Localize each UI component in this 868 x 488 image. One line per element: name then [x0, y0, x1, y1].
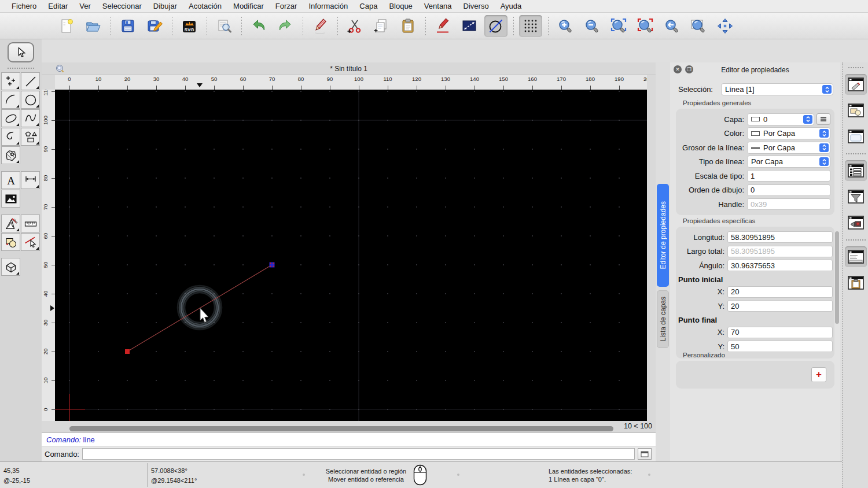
toolbar-zoom-pan-button[interactable]	[713, 15, 737, 37]
dock-block-toggle-button[interactable]	[845, 212, 867, 233]
toolbar-open-file-button[interactable]	[82, 15, 105, 37]
submenu-corner-icon	[16, 123, 19, 126]
dock-shapes-toggle-button[interactable]	[845, 100, 867, 121]
orden-input[interactable]	[747, 184, 830, 196]
panel-float-button[interactable]: ❐	[685, 65, 693, 73]
command-input[interactable]	[82, 448, 635, 460]
add-custom-property-button[interactable]: +	[811, 367, 826, 382]
toolbar-delete-entity-button[interactable]	[308, 15, 332, 37]
toolbar-cut-button[interactable]	[343, 15, 366, 37]
toolbar-handle[interactable]	[848, 67, 863, 68]
orden-label: Orden de dibujo:	[676, 186, 744, 194]
menu-informacion[interactable]: Información	[303, 2, 354, 10]
toolbar-separator	[171, 17, 172, 35]
toolbar-draft-mode-button[interactable]	[484, 15, 507, 37]
toolbar-zoom-window-button[interactable]	[687, 15, 710, 37]
menu-modificar[interactable]: Modificar	[227, 2, 270, 10]
tool-draw-text-button[interactable]: A	[1, 171, 20, 189]
start-y-input[interactable]	[727, 300, 833, 312]
menu-ayuda[interactable]: Ayuda	[495, 2, 528, 10]
tool-select-entity-button[interactable]	[21, 233, 40, 251]
tool-measure-tools-button[interactable]	[1, 215, 20, 232]
tool-insert-image-button[interactable]	[1, 190, 20, 208]
tool-measure-ruler-button[interactable]	[21, 215, 40, 232]
tool-draw-arc-button[interactable]	[1, 91, 20, 109]
tool-draw-points-button[interactable]	[1, 72, 20, 90]
start-x-input[interactable]	[727, 286, 833, 298]
dock-layer-list-toggle-button[interactable]	[845, 160, 867, 181]
snap-grid-icon	[522, 17, 539, 35]
toolbar-zoom-selected-button[interactable]	[634, 15, 657, 37]
layer-swatch-icon	[751, 117, 760, 121]
menu-acotacion[interactable]: Acotación	[183, 2, 227, 10]
scrollbar-thumb[interactable]	[69, 426, 613, 431]
tool-modify-tools-button[interactable]	[1, 233, 20, 251]
layer-menu-button[interactable]	[816, 113, 830, 125]
toolbar-edit-pencil-button[interactable]	[431, 15, 454, 37]
toolbar-redo-button[interactable]	[274, 15, 297, 37]
panel-close-button[interactable]: ✕	[674, 65, 682, 73]
end-y-input[interactable]	[727, 341, 833, 352]
tool-draw-polyline-button[interactable]	[1, 128, 20, 146]
drawing-canvas[interactable]	[55, 90, 647, 421]
line-width-dropdown[interactable]: Por Capa	[747, 142, 830, 154]
menu-editar[interactable]: Editar	[42, 2, 73, 10]
tool-draw-line-button[interactable]	[21, 72, 40, 90]
tool-draw-polygon-button[interactable]	[21, 128, 40, 146]
toolbar-measure-distance-button[interactable]	[458, 15, 481, 37]
tool-dimension-button[interactable]	[21, 171, 40, 189]
end-x-input[interactable]	[727, 327, 833, 338]
dimension-icon	[24, 173, 38, 187]
dock-property-editor-toggle-button[interactable]	[845, 74, 867, 95]
escala-input[interactable]	[747, 170, 830, 182]
toolbar-zoom-out-button[interactable]	[580, 15, 604, 37]
tab-property-editor[interactable]: Editor de propiedades	[657, 184, 669, 287]
menu-dibujar[interactable]: Dibujar	[148, 2, 183, 10]
angulo-input[interactable]	[727, 260, 833, 271]
horizontal-scrollbar[interactable]	[55, 421, 647, 432]
color-dropdown[interactable]: Por Capa	[747, 127, 830, 139]
toolbar-print-preview-button[interactable]	[212, 15, 236, 37]
longitud-input[interactable]	[727, 231, 833, 243]
menu-ver[interactable]: Ver	[73, 2, 97, 10]
menu-capa[interactable]: Capa	[354, 2, 383, 10]
dock-empty-toggle-button[interactable]	[845, 126, 867, 147]
toolbar-new-file-button[interactable]	[55, 15, 78, 37]
menu-bloque[interactable]: Bloque	[383, 2, 418, 10]
menu-diverso[interactable]: Diverso	[458, 2, 495, 10]
dock-clipboard-toggle-button[interactable]	[845, 272, 867, 293]
toolbar-zoom-in-button[interactable]	[554, 15, 577, 37]
dock-layer-filter-toggle-button[interactable]	[845, 186, 867, 207]
dock-scrollbar[interactable]	[835, 231, 839, 324]
menu-ventana[interactable]: Ventana	[418, 2, 458, 10]
line-type-dropdown[interactable]: Por Capa	[747, 156, 830, 168]
main-toolbar: SVG	[0, 13, 868, 39]
dock-command-toggle-button[interactable]	[845, 246, 867, 267]
toolbar-save-button[interactable]	[116, 15, 139, 37]
menu-seleccionar[interactable]: Seleccionar	[97, 2, 148, 10]
toolbar-snap-grid-button[interactable]	[519, 15, 542, 37]
tool-draw-circle-button[interactable]	[21, 91, 40, 109]
menu-fichero[interactable]: Fichero	[6, 2, 42, 10]
tool-draw-ellipse-button[interactable]	[1, 109, 20, 127]
tool-select-arrow-button[interactable]	[8, 42, 34, 62]
submenu-corner-icon	[36, 185, 39, 188]
toolbar-save-as-button[interactable]	[143, 15, 166, 37]
toolbar-zoom-auto-button[interactable]	[607, 15, 630, 37]
command-detach-button[interactable]	[638, 448, 652, 460]
toolbar-copy-button[interactable]	[370, 15, 393, 37]
tool-draw-3d-box-button[interactable]	[1, 258, 20, 276]
general-section-title: Propiedades generales	[683, 99, 751, 106]
palette-handle[interactable]	[8, 68, 34, 69]
capa-dropdown[interactable]: 0	[747, 113, 814, 125]
tool-draw-hatch-button[interactable]	[1, 146, 20, 164]
tool-draw-spline-button[interactable]	[21, 109, 40, 127]
svg-text:A: A	[7, 174, 15, 186]
toolbar-export-svg-button[interactable]: SVG	[178, 15, 201, 37]
toolbar-zoom-previous-button[interactable]	[660, 15, 683, 37]
selection-dropdown[interactable]: Línea [1]	[721, 83, 833, 95]
toolbar-paste-button[interactable]	[396, 15, 420, 37]
menu-forzar[interactable]: Forzar	[270, 2, 303, 10]
tab-layer-list[interactable]: Lista de capas	[657, 290, 669, 348]
toolbar-undo-button[interactable]	[247, 15, 270, 37]
